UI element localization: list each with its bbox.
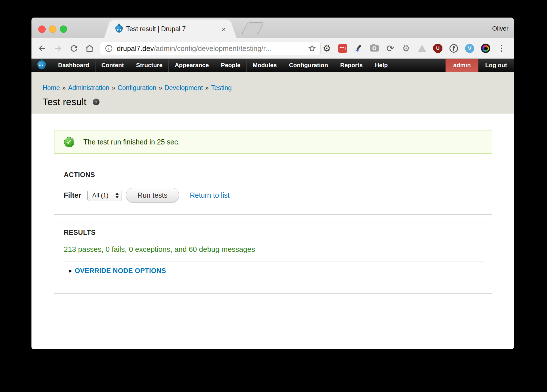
breadcrumb-configuration[interactable]: Configuration bbox=[118, 84, 156, 91]
toolbar-item-appearance[interactable]: Appearance bbox=[169, 59, 215, 72]
override-node-options-fieldset[interactable]: ▶ OVERRIDE NODE OPTIONS bbox=[64, 261, 484, 280]
drive-triangle-icon[interactable] bbox=[414, 42, 430, 55]
override-node-options-link[interactable]: OVERRIDE NODE OPTIONS bbox=[75, 267, 166, 275]
bookmark-star-icon[interactable] bbox=[308, 44, 316, 53]
toolbar-item-dashboard[interactable]: Dashboard bbox=[52, 59, 96, 72]
minimize-window-button[interactable] bbox=[49, 25, 56, 33]
gray-gear-icon[interactable]: ⚙ bbox=[398, 42, 414, 55]
toolbar-item-reports[interactable]: Reports bbox=[334, 59, 369, 72]
toolbar-item-configuration[interactable]: Configuration bbox=[283, 59, 334, 72]
url-domain: drupal7.dev bbox=[117, 44, 154, 52]
page-header-band: Home»Administration»Configuration»Develo… bbox=[31, 72, 514, 114]
toolbar-item-people[interactable]: People bbox=[215, 59, 247, 72]
breadcrumb: Home»Administration»Configuration»Develo… bbox=[43, 72, 514, 92]
results-fieldset: RESULTS 213 passes, 0 fails, 0 exception… bbox=[54, 223, 492, 294]
profile-name[interactable]: Oliver bbox=[492, 25, 508, 32]
toolbar-item-content[interactable]: Content bbox=[96, 59, 130, 72]
actions-heading: ACTIONS bbox=[64, 171, 484, 179]
zoom-window-button[interactable] bbox=[60, 25, 67, 33]
url-text[interactable]: drupal7.dev/admin/config/development/tes… bbox=[117, 44, 308, 53]
breadcrumb-separator: » bbox=[205, 84, 209, 91]
actions-fieldset: ACTIONS Filter All (1) Run tests Return … bbox=[54, 165, 492, 215]
breadcrumb-development[interactable]: Development bbox=[164, 84, 203, 91]
v-circle-icon[interactable]: V bbox=[462, 42, 478, 55]
test-results-summary: 213 passes, 0 fails, 0 exceptions, and 6… bbox=[64, 245, 484, 254]
filter-label: Filter bbox=[64, 191, 81, 199]
new-tab-button[interactable] bbox=[241, 22, 264, 34]
filter-row: Filter All (1) Run tests Return to list bbox=[64, 188, 484, 203]
lens-circle-icon[interactable] bbox=[478, 42, 493, 55]
logout-button[interactable]: Log out bbox=[478, 59, 514, 72]
drupal-home-icon[interactable] bbox=[31, 59, 52, 72]
filter-select-value: All (1) bbox=[92, 192, 108, 199]
settings-gear-icon[interactable]: ⚙ bbox=[319, 42, 335, 55]
toolbar-item-help[interactable]: Help bbox=[369, 59, 394, 72]
filter-select[interactable]: All (1) bbox=[87, 190, 122, 201]
home-button[interactable] bbox=[85, 44, 94, 53]
return-to-list-link[interactable]: Return to list bbox=[190, 191, 230, 199]
tab-title: Test result | Drupal 7 bbox=[126, 25, 186, 33]
page-title: Test result bbox=[43, 96, 86, 107]
close-tab-icon[interactable]: × bbox=[220, 26, 227, 33]
reload-button[interactable] bbox=[69, 44, 79, 53]
breadcrumb-administration[interactable]: Administration bbox=[68, 84, 109, 91]
camera-icon[interactable] bbox=[366, 42, 382, 55]
admin-user-button[interactable]: admin bbox=[446, 59, 478, 72]
breadcrumb-separator: » bbox=[62, 84, 66, 91]
toolbar-item-modules[interactable]: Modules bbox=[247, 59, 283, 72]
back-button[interactable] bbox=[37, 44, 47, 53]
status-message: ✓ The test run finished in 25 sec. bbox=[54, 131, 492, 154]
status-check-icon: ✓ bbox=[64, 137, 74, 147]
eyedropper-icon[interactable] bbox=[351, 42, 366, 55]
extensions-row: ⚙ ••• ⟳ ⚙ U V bbox=[319, 38, 509, 58]
browser-tab[interactable]: Test result | Drupal 7 × bbox=[104, 20, 237, 38]
main-content: ✓ The test run finished in 25 sec. ACTIO… bbox=[31, 114, 514, 349]
forward-button[interactable] bbox=[53, 44, 63, 53]
sync-refresh-icon[interactable]: ⟳ bbox=[382, 42, 398, 55]
browser-menu-icon[interactable] bbox=[493, 42, 509, 55]
browser-window: Test result | Drupal 7 × Oliver drupal7 bbox=[31, 18, 514, 349]
run-tests-button[interactable]: Run tests bbox=[126, 188, 179, 203]
drupal-admin-toolbar: Dashboard Content Structure Appearance P… bbox=[31, 59, 514, 72]
close-window-button[interactable] bbox=[38, 25, 46, 33]
select-stepper-icon bbox=[115, 193, 119, 198]
drupal-favicon bbox=[115, 25, 123, 33]
browser-toolbar: drupal7.dev/admin/config/development/tes… bbox=[31, 38, 514, 59]
results-heading: RESULTS bbox=[64, 229, 484, 237]
tab-strip: Test result | Drupal 7 × Oliver bbox=[31, 18, 514, 38]
page-info-icon[interactable] bbox=[105, 44, 113, 52]
url-path: /admin/config/development/testing/r... bbox=[154, 44, 271, 52]
toolbar-item-structure[interactable]: Structure bbox=[130, 59, 169, 72]
add-shortcut-icon[interactable]: + bbox=[93, 99, 99, 105]
address-bar[interactable]: drupal7.dev/admin/config/development/tes… bbox=[100, 42, 321, 55]
breadcrumb-home[interactable]: Home bbox=[43, 84, 60, 91]
lastpass-icon[interactable]: ••• bbox=[335, 42, 351, 55]
breadcrumb-separator: » bbox=[112, 84, 115, 91]
breadcrumb-separator: » bbox=[159, 84, 162, 91]
status-message-text: The test run finished in 25 sec. bbox=[83, 138, 180, 146]
ublock-icon[interactable]: U bbox=[430, 42, 446, 55]
breadcrumb-testing[interactable]: Testing bbox=[211, 84, 232, 91]
collapsed-arrow-icon: ▶ bbox=[69, 268, 72, 273]
keyhole-circle-icon[interactable] bbox=[446, 42, 462, 55]
